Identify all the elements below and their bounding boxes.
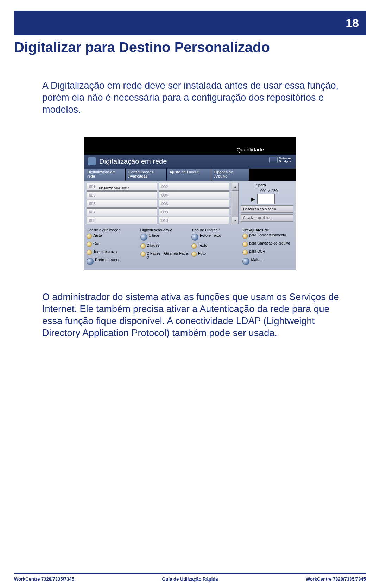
- all-services-label: Todos os Serviços: [279, 157, 291, 163]
- template-list-left: 001Digitalizar para Home 003 005 007 009: [87, 183, 157, 224]
- option-for-sharing[interactable]: para Compartilhamento: [242, 234, 293, 239]
- column-header: Digitalização em 2: [140, 228, 189, 232]
- list-item[interactable]: 005: [87, 200, 157, 208]
- scroll-track[interactable]: [232, 191, 239, 217]
- original-type-column: Tipo de Original: Foto e Texto Texto Fot…: [191, 228, 240, 268]
- radio-icon: [242, 234, 248, 239]
- template-list-right: 002 004 006 008 010: [159, 183, 229, 224]
- ui-screenshot: Quantidade Digitalização em rede Todos o…: [84, 137, 296, 270]
- option-color[interactable]: Cor: [87, 242, 138, 247]
- panel-header: Digitalização em rede Todos os Serviços: [84, 155, 296, 169]
- admin-paragraph: O administrador do sistema ativa as funç…: [42, 291, 341, 339]
- radio-icon: [87, 258, 94, 265]
- option-bw[interactable]: Preto e branco: [87, 258, 138, 265]
- radio-icon: [242, 258, 249, 265]
- tab-network-scan[interactable]: Digitalização em rede: [84, 169, 126, 181]
- content-area: 001Digitalizar para Home 003 005 007 009…: [84, 181, 296, 270]
- radio-icon: [191, 234, 198, 241]
- radio-icon: [242, 250, 248, 255]
- scan-color-column: Cor de digitalização Auto Cor Tons de ci…: [87, 228, 138, 268]
- list-scrollbar[interactable]: ▴ ▾: [232, 183, 239, 224]
- panel-title: Digitalização em rede: [99, 157, 167, 166]
- template-list-area: 001Digitalizar para Home 003 005 007 009…: [87, 183, 293, 224]
- radio-icon: [87, 250, 92, 255]
- footer-right: WorkCentre 7328/7335/7345: [306, 576, 366, 582]
- tab-layout[interactable]: Ajuste de Layout: [167, 169, 211, 181]
- options-grid: Cor de digitalização Auto Cor Tons de ci…: [87, 228, 293, 268]
- radio-icon: [191, 243, 197, 249]
- column-header: Pré-ajustes de: [242, 228, 293, 232]
- option-photo[interactable]: Foto: [191, 252, 240, 257]
- option-auto[interactable]: Auto: [87, 234, 138, 239]
- quantity-label: Quantidade: [236, 147, 264, 153]
- option-for-ocr[interactable]: para OCR: [242, 250, 293, 255]
- goto-range: 001 > 250: [241, 188, 293, 193]
- list-item[interactable]: 002: [159, 183, 229, 191]
- footer-center: Guia de Utilização Rápida: [162, 576, 218, 582]
- option-1face[interactable]: 1 face: [140, 234, 189, 241]
- all-services-button[interactable]: Todos os Serviços: [269, 157, 291, 163]
- option-photo-text[interactable]: Foto e Texto: [191, 234, 240, 241]
- services-grid-icon: [269, 157, 278, 163]
- radio-icon: [140, 234, 147, 241]
- column-header: Cor de digitalização: [87, 228, 138, 232]
- play-icon[interactable]: ▶: [251, 196, 255, 202]
- radio-icon: [140, 243, 146, 249]
- side-controls: Ir para 001 > 250 ▶ Descrição do Modelo …: [241, 183, 293, 224]
- page-number: 18: [346, 16, 359, 30]
- list-item[interactable]: 004: [159, 191, 229, 199]
- goto-label: Ir para: [241, 183, 293, 187]
- option-2faces-rotate[interactable]: 2 Faces - Girar na Face 2: [140, 252, 189, 260]
- tab-file-options[interactable]: Opções de Arquivo: [211, 169, 249, 181]
- scroll-down-icon[interactable]: ▾: [232, 217, 239, 224]
- list-item[interactable]: 007: [87, 208, 157, 216]
- document-page: 18 Digitalizar para Destino Personalizad…: [0, 11, 380, 588]
- option-grayscale[interactable]: Tons de cinza: [87, 250, 138, 255]
- header-bar: 18: [14, 11, 366, 35]
- network-scan-icon: [88, 157, 96, 165]
- column-header: Tipo de Original:: [191, 228, 240, 232]
- model-description-button[interactable]: Descrição do Modelo: [241, 205, 293, 213]
- page-title: Digitalizar para Destino Personalizado: [14, 39, 366, 55]
- scroll-up-icon[interactable]: ▴: [232, 183, 239, 191]
- list-item[interactable]: 008: [159, 208, 229, 216]
- option-for-archive[interactable]: para Gravação de arquivo: [242, 242, 293, 247]
- tab-advanced[interactable]: Configurações Avançadas: [126, 169, 167, 181]
- option-more[interactable]: Mais...: [242, 258, 293, 265]
- status-bar: Quantidade: [84, 137, 296, 155]
- radio-icon: [140, 252, 146, 257]
- option-2faces[interactable]: 2 faces: [140, 243, 189, 249]
- radio-icon: [87, 242, 92, 247]
- presets-column: Pré-ajustes de para Compartilhamento par…: [242, 228, 293, 268]
- update-models-button[interactable]: Atualizar modelos: [241, 214, 293, 222]
- goto-input[interactable]: [257, 194, 275, 204]
- radio-icon: [191, 252, 197, 257]
- page-footer: WorkCentre 7328/7335/7345 Guia de Utiliz…: [14, 573, 366, 582]
- radio-icon: [242, 242, 248, 247]
- two-sided-column: Digitalização em 2 1 face 2 faces 2 Face…: [140, 228, 189, 268]
- list-item[interactable]: 006: [159, 200, 229, 208]
- list-item[interactable]: 001Digitalizar para Home: [87, 183, 157, 191]
- radio-icon: [87, 234, 92, 239]
- footer-left: WorkCentre 7328/7335/7345: [14, 576, 74, 582]
- list-item[interactable]: 003: [87, 191, 157, 199]
- tab-bar: Digitalização em rede Configurações Avan…: [84, 169, 296, 181]
- list-item-sub: Digitalizar para Home: [99, 185, 129, 192]
- goto-row: ▶: [241, 194, 293, 204]
- option-text[interactable]: Texto: [191, 243, 240, 249]
- intro-paragraph: A Digitalização em rede deve ser instala…: [42, 80, 341, 116]
- list-item[interactable]: 010: [159, 217, 229, 224]
- list-item[interactable]: 009: [87, 217, 157, 224]
